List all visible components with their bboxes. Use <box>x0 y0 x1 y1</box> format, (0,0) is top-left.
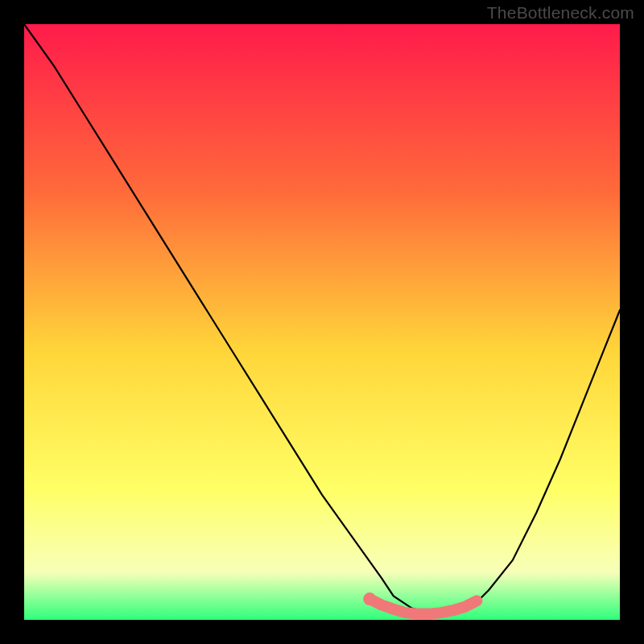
plot-area <box>24 24 620 620</box>
gradient-background <box>24 24 620 620</box>
watermark-text: TheBottleneck.com <box>487 3 634 23</box>
highlight-start-dot <box>363 592 376 605</box>
chart-svg <box>24 24 620 620</box>
chart-frame: TheBottleneck.com <box>0 0 644 644</box>
